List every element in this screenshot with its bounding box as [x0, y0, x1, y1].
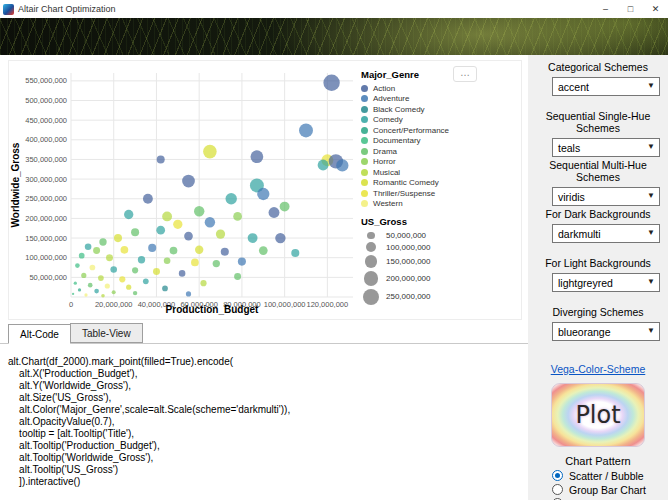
scatter-point[interactable] — [259, 246, 268, 255]
scatter-point[interactable] — [269, 207, 280, 218]
legend-item-adventure[interactable]: Adventure — [361, 94, 517, 105]
scatter-point[interactable] — [143, 278, 149, 284]
scatter-point[interactable] — [164, 258, 171, 265]
dropdown-diverging-schemes[interactable]: blueorange▼ — [552, 322, 660, 341]
scatter-point[interactable] — [106, 254, 113, 261]
scatter-point[interactable] — [131, 228, 139, 236]
minimize-button[interactable]: – — [593, 0, 618, 18]
tab-table-view[interactable]: Table-View — [70, 323, 143, 343]
scatter-point[interactable] — [299, 123, 313, 137]
scatter-point[interactable] — [205, 217, 215, 227]
scatter-point[interactable] — [74, 282, 77, 285]
scatter-point[interactable] — [81, 273, 86, 278]
tab-alt-code[interactable]: Alt-Code — [8, 324, 71, 344]
radio-option-group-bar-chart[interactable]: Group Bar Chart — [552, 484, 668, 495]
legend-item-horror[interactable]: Horror — [361, 157, 517, 168]
scatter-point[interactable] — [112, 290, 116, 294]
scatter-point[interactable] — [233, 212, 242, 221]
scatter-point[interactable] — [85, 243, 92, 250]
radio-button[interactable] — [552, 470, 563, 481]
legend-item-musical[interactable]: Musical — [361, 167, 517, 178]
chevron-down-icon[interactable]: ▼ — [647, 81, 655, 90]
scatter-point[interactable] — [93, 247, 100, 254]
scatter-point[interactable] — [72, 293, 74, 295]
scatter-point[interactable] — [170, 247, 178, 255]
chevron-down-icon[interactable]: ▼ — [647, 142, 655, 151]
scatter-point[interactable] — [157, 155, 165, 163]
scatter-point[interactable] — [248, 233, 258, 243]
scatter-point[interactable] — [133, 291, 137, 295]
scatter-point[interactable] — [184, 232, 193, 241]
scatter-point[interactable] — [162, 211, 172, 221]
scatter-point[interactable] — [323, 75, 339, 91]
scatter-point[interactable] — [194, 206, 204, 216]
legend-item-concert-performance[interactable]: Concert/Performance — [361, 125, 517, 136]
scatter-point[interactable] — [105, 283, 110, 288]
scatter-point[interactable] — [99, 238, 106, 245]
scatter-point[interactable] — [143, 194, 153, 204]
scatter-point[interactable] — [226, 193, 237, 204]
scatter-point[interactable] — [148, 244, 156, 252]
chevron-down-icon[interactable]: ▼ — [647, 326, 655, 335]
scatter-point[interactable] — [101, 294, 105, 298]
scatter-point[interactable] — [318, 160, 329, 171]
scatter-point[interactable] — [79, 253, 85, 259]
close-button[interactable]: ✕ — [643, 0, 668, 18]
scatter-point[interactable] — [336, 159, 348, 171]
legend-item-western[interactable]: Western — [361, 199, 517, 210]
dropdown-categorical-schemes[interactable]: accent▼ — [552, 77, 660, 96]
legend-item-thriller-suspense[interactable]: Thriller/Suspense — [361, 188, 517, 199]
scatter-point[interactable] — [213, 260, 220, 267]
dropdown-sequential-single-hue-schemes[interactable]: teals▼ — [552, 138, 660, 157]
scatter-point[interactable] — [138, 256, 145, 263]
dropdown-for-light-backgrounds[interactable]: lightgreyred▼ — [552, 273, 660, 292]
chevron-down-icon[interactable]: ▼ — [647, 277, 655, 286]
legend-item-action[interactable]: Action — [361, 83, 517, 94]
chevron-down-icon[interactable]: ▼ — [647, 191, 655, 200]
scatter-point[interactable] — [98, 275, 104, 281]
radio-option-scatter-bubble[interactable]: Scatter / Bubble — [552, 470, 668, 481]
scatter-point[interactable] — [84, 293, 87, 296]
dropdown-for-dark-backgrounds[interactable]: darkmulti▼ — [552, 224, 660, 243]
scatter-point[interactable] — [191, 259, 199, 267]
scatter-point[interactable] — [121, 246, 129, 254]
legend-item-black-comedy[interactable]: Black Comedy — [361, 104, 517, 115]
scatter-point[interactable] — [195, 246, 203, 254]
scatter-point[interactable] — [78, 288, 81, 291]
chart-options-menu-button[interactable]: … — [453, 66, 477, 82]
scatter-point[interactable] — [251, 150, 264, 163]
scatter-point[interactable] — [114, 234, 122, 242]
scatter-point[interactable] — [179, 270, 186, 277]
legend-item-drama[interactable]: Drama — [361, 146, 517, 157]
scatter-point[interactable] — [257, 188, 269, 200]
scatter-point[interactable] — [234, 273, 241, 280]
scatter-point[interactable] — [156, 226, 165, 235]
vega-color-scheme-link[interactable]: Vega-Color-Scheme — [528, 363, 668, 375]
scatter-point[interactable] — [221, 248, 229, 256]
scatter-point[interactable] — [88, 283, 93, 288]
scatter-point[interactable] — [291, 249, 299, 257]
scatter-point[interactable] — [153, 268, 160, 275]
scatter-point[interactable] — [200, 280, 206, 286]
maximize-button[interactable]: □ — [618, 0, 643, 18]
scatter-point[interactable] — [216, 229, 225, 238]
scatter-point[interactable] — [182, 175, 195, 188]
scatter-point[interactable] — [75, 263, 80, 268]
scatter-point[interactable] — [90, 265, 96, 271]
radio-button[interactable] — [552, 484, 563, 495]
scatter-point[interactable] — [124, 210, 133, 219]
scatter-point[interactable] — [132, 267, 138, 273]
scatter-point[interactable] — [275, 233, 285, 243]
scatter-point[interactable] — [162, 286, 168, 292]
legend-item-documentary[interactable]: Documentary — [361, 136, 517, 147]
scatter-point[interactable] — [280, 202, 290, 212]
scatter-point[interactable] — [203, 145, 217, 159]
scatter-point[interactable] — [173, 220, 182, 229]
legend-item-comedy[interactable]: Comedy — [361, 115, 517, 126]
scatter-point[interactable] — [126, 285, 131, 290]
dropdown-sequential-multi-hue-schemes[interactable]: viridis▼ — [552, 187, 660, 206]
altair-code-view[interactable]: alt.Chart(df_2000).mark_point(filled=Tru… — [0, 344, 528, 500]
scatter-point[interactable] — [238, 258, 246, 266]
scatter-point[interactable] — [94, 289, 99, 294]
chevron-down-icon[interactable]: ▼ — [647, 228, 655, 237]
